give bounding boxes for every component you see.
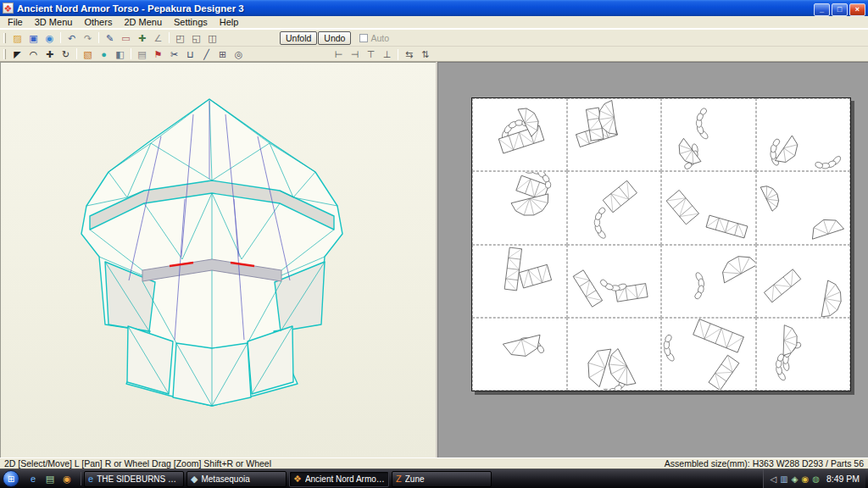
flip-part-icon[interactable]: ◧ bbox=[113, 47, 127, 61]
toolbar-grip[interactable] bbox=[3, 33, 6, 43]
main-toolbar-icons: ▨▣◉↶↷✎▭✚∠◰◱◫ bbox=[9, 31, 220, 45]
show-desktop-icon[interactable]: ▤ bbox=[43, 472, 57, 485]
view-2d-window-icon[interactable]: ◱ bbox=[189, 31, 203, 45]
pattern-shapes bbox=[568, 172, 661, 243]
pattern-page-12[interactable] bbox=[756, 245, 851, 318]
pattern-shapes bbox=[473, 246, 566, 317]
pattern-page-5[interactable] bbox=[472, 171, 567, 244]
pattern-page-4[interactable] bbox=[756, 98, 851, 171]
align-left-icon[interactable]: ⊢ bbox=[331, 47, 346, 61]
select-arrow-icon[interactable]: ◤ bbox=[10, 47, 25, 61]
taskbar-button-label: Ancient Nord Armor ... bbox=[305, 474, 385, 484]
flag-icon[interactable]: ⚑ bbox=[151, 47, 165, 61]
move-icon[interactable]: ✚ bbox=[135, 31, 149, 45]
auto-checkbox[interactable] bbox=[359, 34, 368, 42]
pattern-page-15[interactable] bbox=[661, 318, 756, 391]
save-icon[interactable]: ▣ bbox=[26, 31, 41, 45]
menu-2d-menu[interactable]: 2D Menu bbox=[118, 17, 168, 27]
pattern-page-grid bbox=[472, 98, 850, 391]
pattern-shapes bbox=[757, 99, 850, 170]
view-3d-window-icon[interactable]: ◰ bbox=[173, 31, 187, 45]
title-bar[interactable]: ❖ Ancient Nord Armor Torso - Pepakura De… bbox=[0, 0, 868, 16]
lasso-select-icon[interactable]: ◠ bbox=[26, 47, 41, 61]
status-assembled-size: Assembled size(mm): H363 W288 D293 / Par… bbox=[665, 458, 864, 469]
divide-edge-icon[interactable]: ╱ bbox=[199, 47, 214, 61]
toolbar-separator bbox=[98, 32, 99, 43]
pen-icon[interactable]: ✎ bbox=[103, 31, 117, 45]
pattern-page-11[interactable] bbox=[661, 245, 756, 318]
media-player-icon[interactable]: ◉ bbox=[60, 472, 74, 485]
redo-icon[interactable]: ↷ bbox=[81, 31, 95, 45]
pattern-page-16[interactable] bbox=[756, 318, 851, 391]
taskbar-button-1[interactable]: eTHE SIDEBURNS SO... bbox=[84, 471, 184, 487]
menu-3d-menu[interactable]: 3D Menu bbox=[29, 17, 79, 27]
menu-help[interactable]: Help bbox=[214, 17, 245, 27]
align-bottom-icon[interactable]: ⊥ bbox=[380, 47, 394, 61]
pattern-page-3[interactable] bbox=[661, 98, 756, 171]
distribute-h-icon[interactable]: ⇆ bbox=[402, 47, 416, 61]
volume-icon[interactable]: ◁ bbox=[771, 474, 777, 484]
messenger-icon[interactable]: ◍ bbox=[812, 474, 820, 484]
export-model-icon[interactable]: ◉ bbox=[42, 31, 57, 45]
menu-file[interactable]: File bbox=[2, 17, 29, 27]
toolbar-grip[interactable] bbox=[3, 49, 6, 59]
status-bar: 2D [Select/Move] L [Pan] R or Wheel Drag… bbox=[0, 458, 868, 469]
unfold-undo-button[interactable]: Undo bbox=[318, 31, 351, 45]
close-button[interactable]: × bbox=[849, 3, 865, 16]
pattern-page-1[interactable] bbox=[472, 98, 567, 171]
pattern-shapes bbox=[757, 172, 850, 243]
pattern-shapes bbox=[757, 319, 850, 390]
taskbar-button-label: THE SIDEBURNS SO... bbox=[97, 474, 180, 484]
rotate-part-icon[interactable]: ↻ bbox=[58, 47, 73, 61]
taskbar: ⊞ e▤◉ eTHE SIDEBURNS SO...◆Metasequoia❖A… bbox=[0, 469, 868, 488]
menu-others[interactable]: Others bbox=[78, 17, 118, 27]
auto-checkbox-label: Auto bbox=[370, 33, 389, 43]
start-button[interactable]: ⊞ bbox=[3, 470, 19, 487]
move-part-icon[interactable]: ✚ bbox=[42, 47, 57, 61]
maximize-button[interactable]: □ bbox=[832, 3, 848, 16]
pattern-shapes bbox=[662, 246, 755, 317]
texture-icon[interactable]: ▧ bbox=[81, 47, 95, 61]
measure-icon[interactable]: ∠ bbox=[151, 31, 165, 45]
material-icon[interactable]: ● bbox=[97, 47, 111, 61]
taskbar-button-3[interactable]: ❖Ancient Nord Armor ... bbox=[289, 471, 389, 487]
taskbar-button-4[interactable]: ZZune bbox=[392, 471, 492, 487]
toolbar-separator bbox=[131, 48, 131, 59]
usb-icon[interactable]: ◈ bbox=[792, 474, 798, 484]
distribute-v-icon[interactable]: ⇅ bbox=[418, 47, 432, 61]
align-right-icon[interactable]: ⊣ bbox=[348, 47, 362, 61]
pattern-page-6[interactable] bbox=[567, 171, 662, 244]
align-top-icon[interactable]: ⊤ bbox=[364, 47, 378, 61]
pattern-page-2[interactable] bbox=[567, 98, 662, 171]
pattern-page-8[interactable] bbox=[756, 171, 851, 244]
zoom-fit-icon[interactable]: ◎ bbox=[231, 47, 246, 61]
view-both-windows-icon[interactable]: ◫ bbox=[205, 31, 220, 45]
viewport-2d[interactable] bbox=[437, 62, 868, 458]
pattern-sheet[interactable] bbox=[471, 97, 851, 391]
pattern-page-7[interactable] bbox=[661, 171, 756, 244]
status-hint: 2D [Select/Move] L [Pan] R or Wheel Drag… bbox=[4, 458, 271, 469]
viewport-3d[interactable] bbox=[0, 62, 436, 458]
edit-tab-icon[interactable]: ⊞ bbox=[215, 47, 230, 61]
auto-unfold-group: Auto bbox=[359, 33, 389, 43]
minimize-button[interactable]: _ bbox=[814, 3, 830, 16]
pattern-page-9[interactable] bbox=[472, 245, 567, 318]
taskbar-button-2[interactable]: ◆Metasequoia bbox=[186, 471, 287, 487]
network-icon[interactable]: ▥ bbox=[780, 474, 787, 484]
menu-settings[interactable]: Settings bbox=[168, 17, 214, 27]
undo-icon[interactable]: ↶ bbox=[64, 31, 79, 45]
page-setup-icon[interactable]: ▤ bbox=[135, 47, 149, 61]
join-edge-icon[interactable]: ⊔ bbox=[183, 47, 198, 61]
update-icon[interactable]: ◉ bbox=[801, 474, 809, 484]
pattern-page-14[interactable] bbox=[567, 318, 662, 391]
eraser-icon[interactable]: ▭ bbox=[119, 31, 133, 45]
tray-icons: ◁▥◈◉◍ bbox=[771, 474, 820, 484]
pattern-page-10[interactable] bbox=[567, 245, 662, 318]
scissors-icon[interactable]: ✂ bbox=[167, 47, 181, 61]
pattern-page-13[interactable] bbox=[472, 318, 567, 391]
unfold-button[interactable]: Unfold bbox=[280, 31, 317, 45]
quick-launch: e▤◉ bbox=[22, 472, 78, 485]
taskbar-divider bbox=[81, 472, 81, 485]
open-file-icon[interactable]: ▨ bbox=[10, 31, 25, 45]
ie-quicklaunch-icon[interactable]: e bbox=[26, 472, 40, 485]
